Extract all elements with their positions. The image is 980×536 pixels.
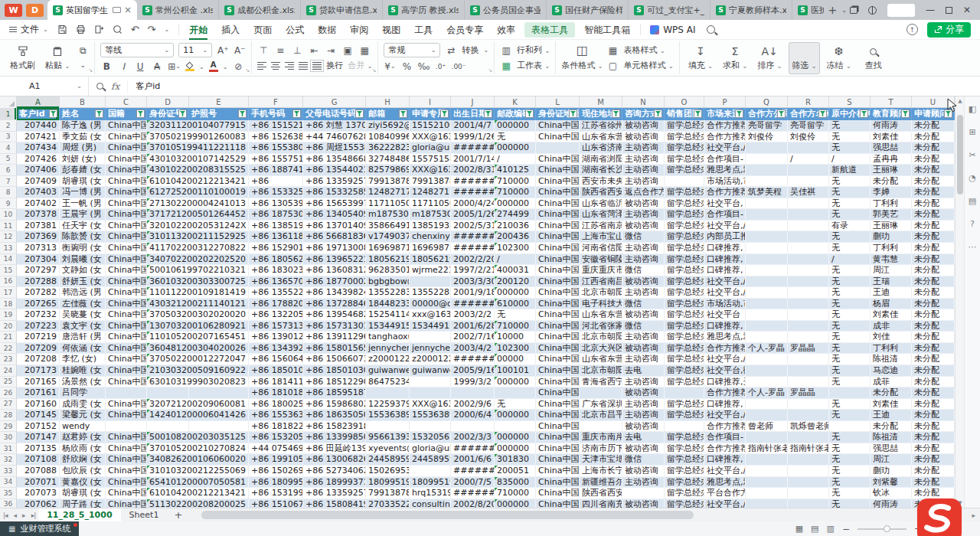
cell[interactable]: 370503200302020020 <box>147 309 249 321</box>
cell[interactable]: 207378 <box>17 209 60 221</box>
cell[interactable]: 河北省张家 <box>580 321 622 332</box>
cell[interactable]: 留学总经办 <box>665 299 704 310</box>
close-tab-icon[interactable]: × <box>124 5 132 15</box>
cell[interactable] <box>746 221 788 232</box>
cell[interactable]: +86 15320563 <box>249 432 303 443</box>
zoom-slider[interactable] <box>858 528 906 530</box>
cell[interactable]: China中国 <box>536 466 580 477</box>
cell[interactable]: 610104200212213421 <box>147 176 249 188</box>
cell[interactable]: 合作方推荐 <box>704 387 746 399</box>
cell[interactable]: 河南省信阳 <box>580 243 622 254</box>
zoom-slider-knob[interactable] <box>884 525 890 532</box>
cell[interactable]: 王丽琳 <box>871 165 912 176</box>
cell[interactable] <box>410 276 451 288</box>
cell[interactable]: 630103199903020823 <box>147 377 249 388</box>
cell[interactable]: China中国 <box>536 287 580 299</box>
cell[interactable] <box>746 287 788 299</box>
cell[interactable]: 李忆 (女) <box>60 354 106 365</box>
cell[interactable]: ######## <box>451 243 495 254</box>
cell[interactable]: 2000/7/5 <box>451 477 495 489</box>
cell[interactable]: China中国 <box>106 343 147 355</box>
row-header-30[interactable]: 30 <box>0 432 17 443</box>
column-header-R[interactable]: R <box>788 96 829 108</box>
worksheet-button[interactable]: 工作表 ⌄ <box>517 60 550 71</box>
cell[interactable]: 1997/2/21 <box>451 265 495 276</box>
cell[interactable]: XXX@163. <box>410 399 451 410</box>
cell[interactable]: 新疆维吾尔 <box>580 477 622 489</box>
cell[interactable]: 799138782 <box>366 488 410 499</box>
filter-dropdown-icon[interactable] <box>399 109 407 118</box>
cell[interactable]: 2002/7/16 <box>451 332 495 343</box>
row-header-34[interactable]: 34 <box>0 477 17 489</box>
cell[interactable]: ######## <box>451 231 495 243</box>
cell[interactable]: 362228235 <box>366 142 410 154</box>
menu-item-开始[interactable]: 开始 <box>182 20 214 40</box>
cell[interactable]: 未分配 <box>912 377 955 388</box>
row-header-1[interactable]: 1 <box>0 108 17 120</box>
document-tab[interactable]: S公务员国企事业单位 <box>465 0 547 20</box>
cell[interactable]: China中国 <box>536 254 580 266</box>
cell[interactable]: +86 18099519 <box>249 477 303 489</box>
align-left-icon[interactable] <box>257 62 266 70</box>
cell[interactable]: 未分配 <box>912 454 955 466</box>
cell[interactable]: 142401200006041426 <box>147 410 249 421</box>
cell[interactable] <box>829 421 871 433</box>
cell[interactable]: 衡琬明 (女 <box>60 243 106 254</box>
table-header-cell[interactable]: 邮政编码 <box>495 108 536 120</box>
cell[interactable]: China中国 <box>106 254 147 266</box>
menu-item-审阅[interactable]: 审阅 <box>343 20 375 40</box>
cell[interactable]: 710000 <box>495 176 536 188</box>
cell[interactable]: +86 13657006 <box>249 276 303 288</box>
cell[interactable]: guiwanwei <box>366 365 410 377</box>
cell[interactable]: 社交平台,/ <box>704 142 746 154</box>
cell[interactable]: +86 周煜155380 <box>303 142 366 154</box>
cell[interactable] <box>622 488 665 499</box>
cell[interactable]: 留学总经办 <box>665 466 704 477</box>
cell[interactable]: +86 1360831276 <box>303 265 366 276</box>
cell[interactable]: 任天宇 (女 <box>60 221 106 232</box>
cell[interactable]: 207108 <box>17 454 60 466</box>
cell[interactable]: 864752343 <box>366 377 410 388</box>
cell[interactable]: 207282 <box>17 287 60 299</box>
cell[interactable]: ######## <box>451 187 495 198</box>
cell[interactable]: 135522836 <box>410 287 451 299</box>
cell[interactable]: +86 1354866895 <box>303 154 366 165</box>
increase-decimal-icon[interactable]: .0⁺ <box>435 60 447 73</box>
cell[interactable]: 000000 <box>495 198 536 210</box>
cell[interactable]: 未分配 <box>912 243 955 254</box>
cell[interactable]: 被动咨询 <box>622 443 665 455</box>
cell[interactable]: 124827175 <box>410 187 451 198</box>
filter-dropdown-icon[interactable] <box>694 109 702 118</box>
cell[interactable]: / <box>829 254 871 266</box>
copy-icon[interactable]: ⧉ <box>77 44 89 57</box>
cell[interactable]: 社交平台 <box>704 309 746 321</box>
number-format-select[interactable]: 常规⌄ <box>384 43 440 57</box>
cell[interactable]: 500108200203035125 <box>147 432 249 443</box>
save-icon[interactable] <box>57 25 67 34</box>
cell[interactable]: 2002/9/6 <box>451 399 495 410</box>
cell[interactable]: 270335220 <box>366 499 410 508</box>
cell[interactable]: 124827175 <box>366 187 410 198</box>
cell[interactable]: 包欣辰 (女 <box>60 466 106 477</box>
cell[interactable] <box>495 421 536 433</box>
cell[interactable] <box>788 142 829 154</box>
column-header-T[interactable]: T <box>871 96 912 108</box>
cell[interactable]: chenxinyur <box>410 231 451 243</box>
cell[interactable] <box>410 387 451 399</box>
filter-dropdown-icon[interactable] <box>440 109 449 118</box>
cell[interactable]: 无 <box>829 377 871 388</box>
cell[interactable] <box>106 387 147 399</box>
cell[interactable]: China中国 <box>106 432 147 443</box>
cell[interactable]: 1999/3/2 <box>451 377 495 388</box>
cell[interactable]: China中国 <box>106 321 147 332</box>
cell[interactable]: ######## <box>451 176 495 188</box>
cell[interactable]: ziyi5692@ <box>366 120 410 132</box>
cell[interactable]: China中国 <box>106 332 147 343</box>
cell[interactable]: 610104200212213421 <box>147 488 249 499</box>
cell[interactable] <box>580 387 622 399</box>
filter-dropdown-icon[interactable] <box>901 109 910 118</box>
cell[interactable]: +86 1396522100 <box>303 254 366 266</box>
cell[interactable]: +86 1580841999 <box>303 499 366 508</box>
cell[interactable]: +86 1391129694 <box>303 332 366 343</box>
cell[interactable]: 留学总经办 <box>665 276 704 288</box>
